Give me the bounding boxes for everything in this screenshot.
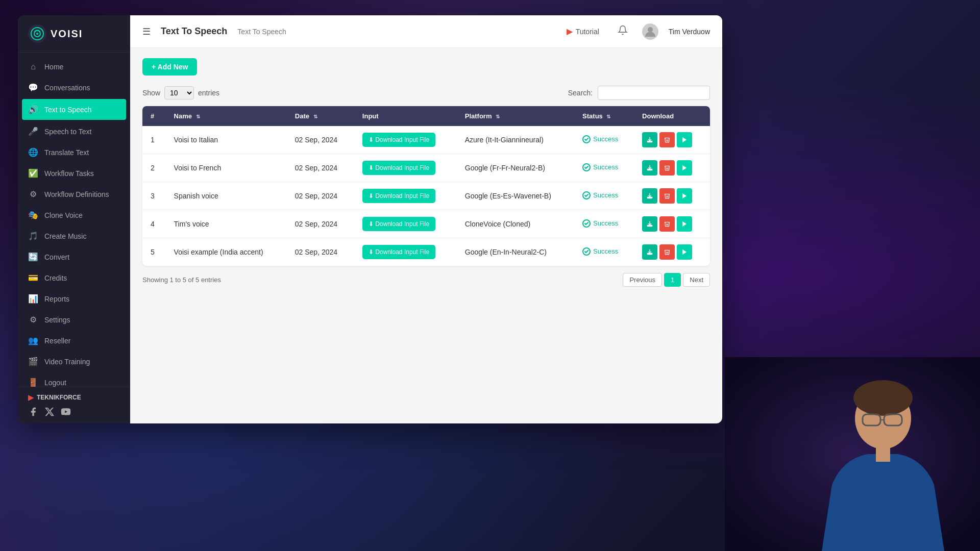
svg-marker-12 — [682, 193, 687, 199]
svg-point-3 — [648, 27, 653, 32]
sidebar-item-label: Translate Text — [44, 148, 89, 157]
svg-marker-6 — [682, 137, 687, 143]
twitter-x-icon[interactable] — [44, 407, 55, 419]
next-page-button[interactable]: Next — [683, 273, 710, 287]
col-download: Download — [634, 106, 710, 126]
status-badge: Success — [582, 163, 618, 171]
showing-text: Showing 1 to 5 of 5 entries — [142, 276, 221, 284]
row-name: Voisi to French — [166, 154, 287, 182]
sidebar-item-label: Reseller — [44, 337, 70, 345]
teknikforce-brand: ▶ TEKNIKFORCE — [28, 393, 120, 402]
play-button[interactable] — [677, 244, 692, 260]
play-button[interactable] — [677, 216, 692, 232]
sidebar-item-workflow-definitions[interactable]: ⚙ Workflow Definitions — [18, 184, 130, 205]
sidebar-item-translate-text[interactable]: 🌐 Translate Text — [18, 142, 130, 163]
sidebar-item-settings[interactable]: ⚙ Settings — [18, 309, 130, 330]
svg-point-2 — [36, 33, 38, 35]
download-input-button[interactable]: ⬇ Download Input File — [362, 189, 435, 203]
show-label: Show — [142, 89, 160, 97]
convert-icon: 🔄 — [28, 252, 38, 262]
add-new-button[interactable]: + Add New — [142, 58, 197, 76]
entries-select[interactable]: 10 25 50 100 — [164, 86, 194, 99]
col-platform[interactable]: Platform ⇅ — [457, 106, 574, 126]
svg-marker-18 — [682, 249, 687, 255]
workflow-def-icon: ⚙ — [28, 189, 38, 199]
sidebar-item-logout[interactable]: 🚪 Logout — [18, 372, 130, 387]
logo-text: VOISI — [51, 28, 83, 40]
search-input[interactable] — [598, 86, 710, 100]
sidebar-footer: ▶ TEKNIKFORCE — [18, 387, 130, 423]
table-row: 5 Voisi example (India accent) 02 Sep, 2… — [142, 238, 710, 266]
youtube-icon[interactable] — [61, 407, 71, 419]
sidebar-item-label: Convert — [44, 253, 69, 261]
reseller-icon: 👥 — [28, 336, 38, 345]
sidebar-item-label: Workflow Definitions — [44, 190, 109, 198]
status-badge: Success — [582, 191, 618, 199]
sidebar-item-label: Home — [44, 63, 63, 71]
download-input-button[interactable]: ⬇ Download Input File — [362, 245, 435, 259]
facebook-icon[interactable] — [28, 407, 38, 419]
download-button[interactable] — [642, 216, 657, 232]
workflow-tasks-icon: ✅ — [28, 168, 38, 178]
row-actions — [634, 238, 710, 266]
play-button[interactable] — [677, 188, 692, 204]
page-1-button[interactable]: 1 — [664, 273, 681, 287]
download-button[interactable] — [642, 244, 657, 260]
download-input-button[interactable]: ⬇ Download Input File — [362, 217, 435, 231]
delete-button[interactable] — [659, 188, 675, 204]
row-platform: Google (Es-Es-Wavenet-B) — [457, 182, 574, 210]
sidebar-item-conversations[interactable]: 💬 Conversations — [18, 77, 130, 98]
col-date[interactable]: Date ⇅ — [287, 106, 354, 126]
page-content: + Add New Show 10 25 50 100 entries Sear… — [130, 48, 722, 423]
tutorial-link[interactable]: ▶ Tutorial — [567, 27, 599, 36]
row-name: Voisi example (India accent) — [166, 238, 287, 266]
breadcrumb: Text To Speech — [237, 28, 286, 36]
download-button[interactable] — [642, 188, 657, 204]
hamburger-icon[interactable]: ☰ — [142, 26, 151, 37]
download-input-button[interactable]: ⬇ Download Input File — [362, 161, 435, 175]
sidebar-item-label: Settings — [44, 316, 70, 324]
row-status: Success — [574, 210, 634, 238]
notifications-bell[interactable] — [618, 25, 628, 38]
row-platform: Azure (It-It-Giannineural) — [457, 126, 574, 154]
delete-button[interactable] — [659, 244, 675, 260]
delete-button[interactable] — [659, 216, 675, 232]
sidebar-item-reports[interactable]: 📊 Reports — [18, 288, 130, 309]
play-button[interactable] — [677, 160, 692, 176]
sidebar-item-speech-to-text[interactable]: 🎤 Speech to Text — [18, 121, 130, 142]
topbar: ☰ Text To Speech Text To Speech ▶ Tutori… — [130, 15, 722, 48]
download-input-button[interactable]: ⬇ Download Input File — [362, 133, 435, 147]
delete-button[interactable] — [659, 132, 675, 147]
conversations-icon: 💬 — [28, 83, 38, 92]
sidebar-item-video-training[interactable]: 🎬 Video Training — [18, 351, 130, 372]
download-button[interactable] — [642, 160, 657, 176]
prev-page-button[interactable]: Previous — [623, 273, 662, 287]
sidebar-item-workflow-tasks[interactable]: ✅ Workflow Tasks — [18, 163, 130, 184]
delete-button[interactable] — [659, 160, 675, 176]
row-platform: CloneVoice (Cloned) — [457, 210, 574, 238]
row-status: Success — [574, 126, 634, 154]
row-actions — [634, 210, 710, 238]
search-label: Search: — [568, 89, 593, 97]
sidebar-item-label: Reports — [44, 295, 69, 303]
row-status: Success — [574, 238, 634, 266]
sidebar-item-credits[interactable]: 💳 Credits — [18, 267, 130, 288]
avatar — [642, 23, 658, 40]
sidebar-item-create-music[interactable]: 🎵 Create Music — [18, 226, 130, 246]
table-row: 4 Tim's voice 02 Sep, 2024 ⬇ Download In… — [142, 210, 710, 238]
col-status[interactable]: Status ⇅ — [574, 106, 634, 126]
row-actions — [634, 182, 710, 210]
reports-icon: 📊 — [28, 294, 38, 304]
row-name: Voisi to Italian — [166, 126, 287, 154]
col-name[interactable]: Name ⇅ — [166, 106, 287, 126]
download-button[interactable] — [642, 132, 657, 147]
sidebar-item-convert[interactable]: 🔄 Convert — [18, 246, 130, 267]
sidebar-item-reseller[interactable]: 👥 Reseller — [18, 330, 130, 351]
sidebar-item-text-to-speech[interactable]: 🔊 Text to Speech — [22, 99, 126, 120]
play-button[interactable] — [677, 132, 692, 147]
sidebar-item-clone-voice[interactable]: 🎭 Clone Voice — [18, 205, 130, 226]
sidebar-item-home[interactable]: ⌂ Home — [18, 57, 130, 77]
sidebar-item-label: Workflow Tasks — [44, 169, 94, 178]
table-controls: Show 10 25 50 100 entries Search: — [142, 86, 710, 100]
play-icon: ▶ — [567, 27, 573, 36]
